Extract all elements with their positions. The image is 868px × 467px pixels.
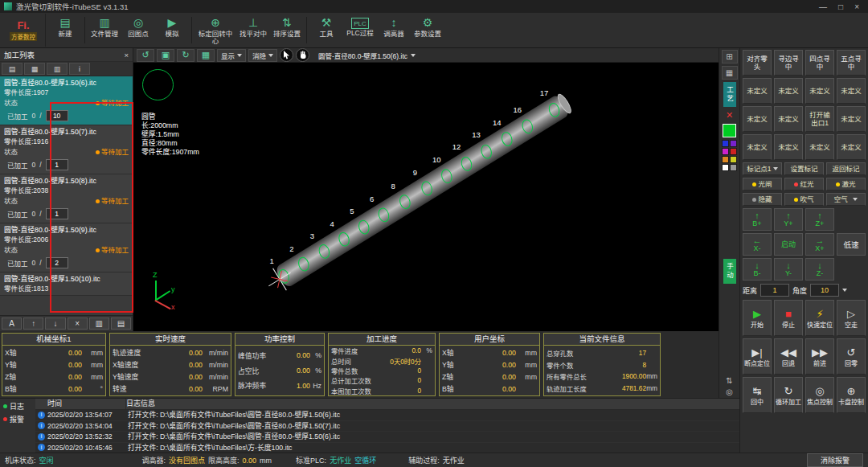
chevron-down-icon[interactable] [842, 289, 847, 292]
tab-process[interactable]: 工艺 [723, 82, 736, 107]
viewport-3d[interactable]: ↺ ▣ ↻ ▦ 显示 消隐 圆管-直径80.0-壁厚1.50(6).itc 圆管… [133, 48, 719, 331]
toolbar-simulate[interactable]: ▶ 模拟 [155, 14, 189, 47]
macro-button[interactable]: 未定义 [837, 78, 866, 104]
log-row[interactable]: i2025/02/20 10:45:46打开文件: D:\桌面所有文件\iTub… [35, 443, 739, 453]
jog-x-plus[interactable]: →X+ [805, 233, 834, 256]
forward-button[interactable]: ▶▶前进 [805, 338, 834, 375]
tab-log[interactable]: 日志 [3, 401, 32, 412]
list-view-icon[interactable]: ▤ [2, 63, 23, 75]
laser-toggle[interactable]: 激光 [826, 178, 866, 190]
color-swatch[interactable] [722, 148, 729, 155]
rewind-button[interactable]: ◀◀回退 [774, 338, 803, 375]
close-icon[interactable]: × [124, 51, 129, 59]
toolbar-file-manage[interactable]: ▥ 文件管理 [88, 14, 121, 47]
trash-icon[interactable]: ▥ [89, 317, 109, 330]
list-item[interactable]: 圆管-直径80.0-壁厚1.50(6).itc 零件长度:1907 状态 等待加… [0, 76, 133, 125]
log-row[interactable]: i2025/02/20 13:52:32打开文件: D:\桌面所有文件\iTub… [35, 432, 739, 443]
shutter-toggle[interactable]: 光闸 [743, 178, 782, 190]
color-swatch[interactable] [722, 140, 729, 147]
color-swatch[interactable] [722, 156, 729, 163]
orbit-icon[interactable]: ↺ [137, 49, 154, 62]
distance-input[interactable]: 1 [760, 284, 789, 297]
toolbar-tools[interactable]: ⚒ 工具 [309, 14, 343, 47]
current-file-dropdown[interactable]: 圆管-直径80.0-壁厚1.50(6).itc [318, 51, 416, 60]
slow-speed-toggle[interactable]: 低速 [837, 233, 866, 256]
jog-b-plus[interactable]: ↑B+ [743, 208, 772, 231]
move-down-button[interactable]: ↓ [45, 317, 65, 330]
color-swatch[interactable] [730, 164, 737, 171]
maximize-button[interactable]: □ [838, 2, 843, 11]
breakpoint-locate-button[interactable]: ▶|断点定位 [743, 338, 772, 375]
color-swatch[interactable] [722, 164, 729, 171]
align-end-button[interactable]: 对齐零头 [743, 50, 772, 76]
chuck-control-button[interactable]: ⊕卡盘控制 [837, 377, 866, 413]
info-icon[interactable]: i [69, 63, 90, 75]
close-button[interactable]: × [854, 2, 859, 11]
target-count-box[interactable]: 10 [46, 110, 68, 121]
toolbar-leveling[interactable]: ⊥ 找平对中 [236, 14, 270, 47]
target-icon[interactable]: ◎ [726, 387, 733, 396]
return-center-button[interactable]: ↹回中 [743, 377, 772, 413]
set-marker-button[interactable]: 设置标记 [784, 162, 824, 175]
delete-icon[interactable]: ✕ [723, 109, 737, 121]
minimize-button[interactable]: — [819, 2, 827, 11]
focus-control-button[interactable]: ◎焦点控制 [805, 377, 834, 413]
jog-x-minus[interactable]: ←X- [743, 233, 772, 256]
macro-button[interactable]: 未定义 [837, 134, 866, 160]
target-count-box[interactable]: 1 [46, 208, 68, 219]
toolbar-new[interactable]: ▤ 新建 [48, 14, 82, 47]
clear-alarm-button[interactable]: 消除报警 [807, 453, 863, 467]
jog-z-minus[interactable]: ↓Z- [805, 258, 834, 281]
toolbar-plc[interactable]: PLC PLC过程 [343, 14, 377, 47]
cube-view-icon[interactable]: ▣ [157, 49, 174, 62]
jog-z-plus[interactable]: ↑Z+ [805, 208, 834, 231]
macro-button[interactable]: 未定义 [743, 134, 772, 160]
log-row[interactable]: i2025/02/20 13:54:07打开文件: D:\桌面所有文件\iTub… [35, 410, 739, 421]
toolbar-calibrate-center[interactable]: ⊕ 标定回转中心 [194, 14, 236, 47]
edge-center-button[interactable]: 寻边寻中 [774, 50, 803, 76]
toolbar-sort-settings[interactable]: ⇅ 排序设置 [270, 14, 304, 47]
display-menu[interactable]: 显示 [217, 49, 246, 62]
jog-y-plus[interactable]: ↑Y+ [774, 208, 803, 231]
angle-input[interactable]: 10 [810, 284, 839, 297]
macro-button[interactable]: 未定义 [743, 78, 772, 104]
return-marker-button[interactable]: 返回标记 [826, 162, 866, 175]
macro-button[interactable]: 未定义 [805, 78, 834, 104]
start-jog-button[interactable]: 启动 [774, 233, 803, 256]
color-swatch[interactable] [730, 148, 737, 155]
list-item[interactable]: 圆管-直径80.0-壁厚1.50(9).itc 零件长度:2006 状态 等待加… [0, 223, 133, 272]
move-up-button[interactable]: ↑ [23, 317, 43, 330]
macro-button[interactable]: 未定义 [805, 134, 834, 160]
hide-menu[interactable]: 消隐 [248, 49, 277, 62]
tube[interactable]: 12345689101213141617 [273, 93, 571, 289]
list-item[interactable]: 圆管-直径80.0-壁厚1.50(10).itc 零件长度:1813 [0, 272, 133, 296]
selected-color-swatch[interactable] [723, 124, 736, 137]
marker-point-dropdown[interactable]: 标记点1 [743, 162, 782, 175]
jog-y-minus[interactable]: ↓Y- [774, 258, 803, 281]
target-count-box[interactable]: 1 [46, 159, 68, 170]
save-icon[interactable]: ▤ [111, 317, 131, 330]
hide-toggle[interactable]: 隐藏 [743, 193, 782, 206]
tab-alarm[interactable]: 报警 [3, 414, 32, 424]
five-point-center-button[interactable]: 五点寻中 [837, 50, 866, 76]
toolbar-origin-point[interactable]: ◎ 回图点 [121, 14, 155, 47]
tab-manual[interactable]: 手动 [723, 259, 736, 284]
four-point-center-button[interactable]: 四点寻中 [805, 50, 834, 76]
jog-b-minus[interactable]: ↓B- [743, 258, 772, 281]
grid-icon[interactable]: ▦ [197, 49, 215, 62]
layers-icon[interactable]: ▦ [722, 66, 738, 80]
color-swatch[interactable] [730, 156, 737, 163]
toolbar-height-controller[interactable]: ↕ 调高器 [377, 14, 411, 47]
blow-toggle[interactable]: 吹气 [784, 193, 824, 206]
rotate-view-icon[interactable]: ↻ [177, 49, 194, 62]
color-swatch[interactable] [730, 140, 737, 147]
open-output-button[interactable]: 打开输出口1 [805, 106, 834, 132]
scroll-arrows-icon[interactable]: ⇅ [726, 376, 732, 385]
macro-button[interactable]: 未定义 [743, 106, 772, 132]
home-button[interactable]: ↺回零 [837, 338, 866, 375]
capture-icon[interactable]: ⊞ [722, 50, 738, 63]
column-view-icon[interactable]: ▥ [47, 63, 68, 75]
red-light-toggle[interactable]: 红光 [784, 178, 824, 190]
viewport-scene[interactable]: 圆管 长:2000mm 壁厚:1.5mm 直径:80mm 零件长度:1907mm… [133, 63, 719, 331]
macro-button[interactable]: 未定义 [837, 106, 866, 132]
